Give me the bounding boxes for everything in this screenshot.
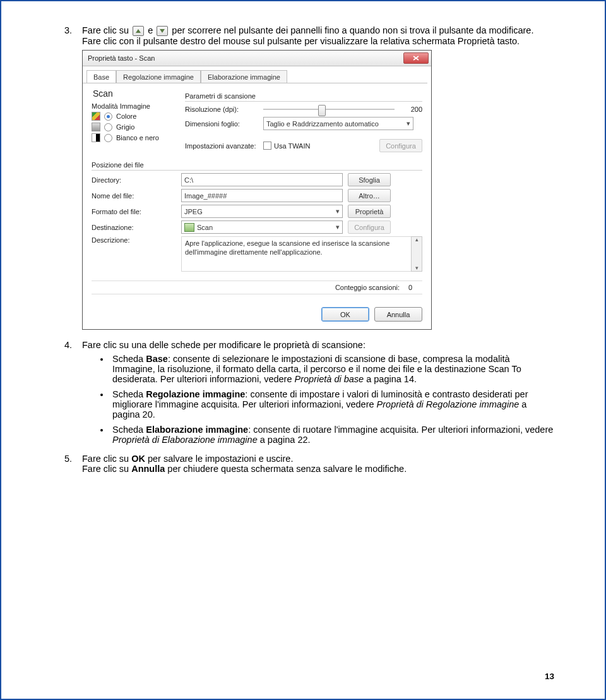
- divider: [92, 281, 422, 281]
- t: Scheda: [112, 425, 146, 435]
- radio-dot-icon: [104, 134, 112, 142]
- t: per chiudere questa schermata senza salv…: [165, 464, 407, 474]
- down-arrow-icon: [157, 26, 168, 36]
- t: a pagina 22.: [258, 435, 311, 445]
- t: a pagina 14.: [364, 374, 417, 384]
- radio-colore[interactable]: Colore: [92, 112, 174, 121]
- close-icon[interactable]: [403, 52, 429, 64]
- combo-dimensioni[interactable]: Taglio e Raddrizzamento automatico ▾: [263, 117, 413, 130]
- annulla-button[interactable]: Annulla: [374, 307, 422, 322]
- step-body: Fare clic su OK per salvare le impostazi…: [82, 454, 554, 474]
- row-formato: Formato del file: JPEG ▾ Proprietà: [92, 205, 422, 218]
- left-column: Scan Modalità Immagine Colore Grigio: [92, 88, 174, 155]
- divider: [92, 170, 422, 171]
- chevron-down-icon: ▾: [407, 119, 410, 128]
- up-arrow-icon: [133, 26, 144, 36]
- svg-marker-0: [136, 29, 141, 33]
- bold: Elaborazione immagine: [146, 425, 248, 435]
- label-formato: Formato del file:: [92, 208, 181, 215]
- bold: Annulla: [131, 464, 165, 474]
- radio-dot-icon: [104, 112, 112, 121]
- row-directory: Directory: C:\ Sfoglia: [92, 173, 422, 186]
- row-nome-file: Nome del file: Image_##### Altro…: [92, 189, 422, 202]
- t: per salvare le impostazioni e uscire.: [145, 454, 294, 464]
- directory-input[interactable]: C:\: [181, 173, 343, 186]
- italic: Proprietà di Regolazione immagine: [377, 399, 520, 409]
- step-4: 4. Fare clic su una delle schede per mod…: [64, 340, 554, 450]
- row-destinazione: Destinazione: Scan ▾ Configura: [92, 220, 422, 234]
- step-body: Fare clic su una delle schede per modifi…: [82, 340, 554, 450]
- tab-elaborazione[interactable]: Elaborazione immagine: [201, 70, 287, 83]
- chevron-down-icon: ▾: [336, 207, 340, 215]
- row-dimensioni: Dimensioni foglio: Taglio e Raddrizzamen…: [185, 117, 422, 130]
- dialog-titlebar: Proprietà tasto - Scan: [83, 51, 431, 66]
- step-number: 5.: [64, 454, 82, 474]
- bullet-base: Scheda Base: consente di selezionare le …: [110, 354, 554, 384]
- t: Scheda: [112, 354, 146, 364]
- step-number: 3.: [64, 25, 82, 46]
- combo-destinazione[interactable]: Scan ▾: [181, 220, 343, 234]
- scan-heading: Scan: [93, 88, 174, 99]
- label-nome-file: Nome del file:: [92, 192, 181, 200]
- checkbox-twain[interactable]: [263, 142, 271, 150]
- combo-formato-value: JPEG: [184, 208, 203, 215]
- step4-bullets: Scheda Base: consente di selezionare le …: [82, 354, 554, 445]
- dialog-title: Proprietà tasto - Scan: [88, 54, 403, 62]
- label-destinazione: Destinazione:: [92, 224, 181, 231]
- step-5: 5. Fare clic su OK per salvare le impost…: [64, 454, 554, 474]
- bold: Regolazione immagine: [146, 389, 245, 399]
- proprieta-button[interactable]: Proprietà: [348, 205, 391, 218]
- directory-value: C:\: [184, 176, 193, 184]
- tab-base[interactable]: Base: [86, 70, 116, 83]
- tab-regolazione[interactable]: Regolazione immagine: [116, 70, 201, 83]
- sfoglia-button[interactable]: Sfoglia: [348, 173, 391, 186]
- step4-intro: Fare clic su una delle schede per modifi…: [82, 340, 365, 350]
- page-number: 13: [545, 672, 554, 681]
- combo-formato[interactable]: JPEG ▾: [181, 205, 343, 218]
- swatch-color-icon: [92, 112, 100, 121]
- row-conteggio: Conteggio scansioni: 0: [92, 284, 422, 291]
- group-modalita-label: Modalità Immagine: [92, 102, 174, 110]
- scroll-down-icon: ▾: [415, 265, 419, 271]
- chevron-down-icon: ▾: [336, 223, 340, 231]
- divider: [92, 294, 422, 294]
- radio-grigio[interactable]: Grigio: [92, 123, 174, 131]
- label-descrizione: Descrizione:: [92, 236, 181, 244]
- swatch-gray-icon: [92, 123, 100, 131]
- radio-grigio-label: Grigio: [116, 123, 134, 131]
- combo-dimensioni-value: Taglio e Raddrizzamento automatico: [266, 120, 379, 128]
- t: Fare clic su: [82, 464, 131, 474]
- scrollbar[interactable]: ▴▾: [411, 236, 422, 272]
- scan-app-icon: [184, 223, 194, 232]
- altro-button[interactable]: Altro…: [348, 189, 391, 202]
- italic: Proprietà di base: [295, 374, 364, 384]
- risoluzione-slider[interactable]: [263, 104, 395, 114]
- divider: [185, 101, 422, 102]
- step-number: 4.: [64, 340, 82, 450]
- document-page: 3. Fare clic su e per scorrere nel pulsa…: [0, 0, 606, 700]
- t: Fare clic su: [82, 454, 131, 464]
- row-risoluzione: Risoluzione (dpi): 200: [185, 104, 422, 114]
- configura-button[interactable]: Configura: [379, 139, 422, 152]
- tab-panel-base: Scan Modalità Immagine Colore Grigio: [83, 83, 431, 301]
- bold: Base: [146, 354, 168, 364]
- label-conteggio: Conteggio scansioni:: [335, 284, 400, 291]
- label-dimensioni: Dimensioni foglio:: [185, 120, 263, 128]
- label-directory: Directory:: [92, 176, 181, 184]
- dialog-tabs: Base Regolazione immagine Elaborazione i…: [86, 70, 431, 83]
- radio-dot-icon: [104, 123, 112, 131]
- configura-button-2[interactable]: Configura: [348, 220, 391, 234]
- step3-text-b: e: [148, 25, 155, 35]
- nome-file-input[interactable]: Image_#####: [181, 189, 343, 202]
- step3-text-a: Fare clic su: [82, 25, 131, 35]
- bold: OK: [131, 454, 145, 464]
- descrizione-text: Apre l'applicazione, esegue la scansione…: [181, 236, 411, 272]
- radio-bw-label: Bianco e nero: [116, 134, 159, 142]
- radio-bw[interactable]: Bianco e nero: [92, 133, 174, 142]
- ok-button[interactable]: OK: [321, 307, 369, 322]
- group-posizione-label: Posizione dei file: [92, 161, 422, 169]
- page-content: 3. Fare clic su e per scorrere nel pulsa…: [1, 1, 605, 474]
- svg-marker-1: [160, 29, 165, 33]
- dialog-screenshot: Proprietà tasto - Scan Base Regolazione …: [82, 50, 432, 330]
- checkbox-twain-label: Usa TWAIN: [274, 142, 310, 150]
